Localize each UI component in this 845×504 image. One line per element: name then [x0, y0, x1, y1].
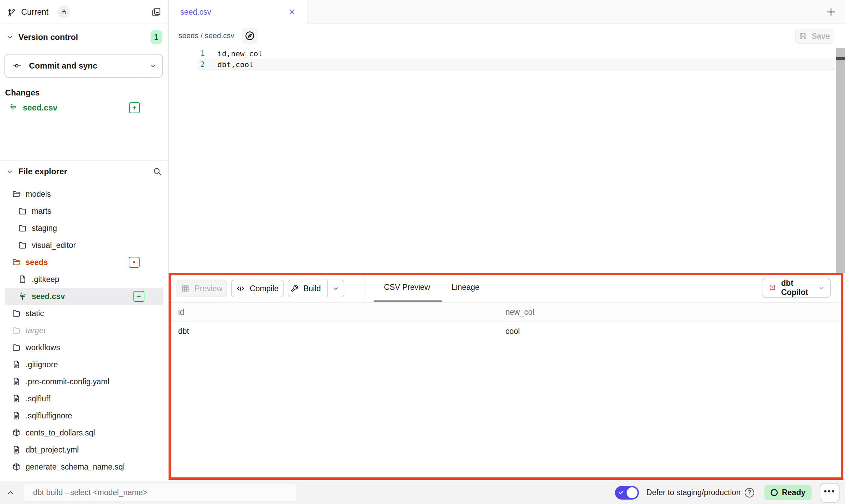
tree-item-label: target	[26, 326, 46, 335]
tree-item-staging[interactable]: staging	[5, 220, 163, 237]
dbt-copilot-button[interactable]: dbt Copilot	[762, 278, 831, 298]
tab-lineage[interactable]: Lineage	[452, 273, 479, 301]
tree-item-label: cents_to_dollars.sql	[26, 428, 95, 438]
tree-item-label: dbt_project.yml	[26, 445, 79, 455]
command-input[interactable]	[24, 484, 297, 502]
tree-item-workflows[interactable]: workflows	[5, 339, 163, 356]
file-search-button[interactable]	[153, 167, 162, 176]
tree-item-pre-commit-config[interactable]: .pre-commit-config.yaml	[5, 373, 163, 390]
tree-item-seeds[interactable]: seeds	[5, 254, 163, 271]
tree-item-sqlfluffignore[interactable]: .sqlfluffignore	[5, 407, 163, 424]
build-options-dropdown[interactable]	[327, 280, 344, 297]
duplicate-files-button[interactable]	[151, 7, 161, 17]
line-text: dbt,cool	[217, 60, 254, 69]
scrollbar-thumb[interactable]	[836, 57, 845, 60]
tab-csv-preview[interactable]: CSV Preview	[384, 273, 430, 301]
version-control-header[interactable]: Version control 1	[0, 29, 168, 46]
tree-item-models[interactable]: models	[5, 186, 163, 203]
tree-item-label: staging	[32, 224, 57, 233]
tree-item-label: .gitignore	[26, 360, 58, 369]
preview-label: Preview	[195, 284, 223, 293]
stage-file-button[interactable]	[129, 102, 140, 113]
git-branch-icon	[7, 7, 16, 17]
file-icon	[12, 394, 21, 403]
help-icon[interactable]: ?	[745, 488, 754, 498]
new-tab-button[interactable]	[826, 7, 836, 17]
file-icon	[12, 377, 21, 386]
build-button[interactable]: Build	[288, 284, 323, 293]
tab-seed-csv[interactable]: seed.csv	[169, 0, 308, 24]
changes-title: Changes	[5, 88, 40, 98]
commit-and-sync-button[interactable]: Commit and sync	[4, 54, 163, 78]
copilot-compass-button[interactable]	[242, 28, 258, 44]
editor-line-2[interactable]: 2 dbt,cool	[169, 59, 845, 70]
changed-file-seed-csv[interactable]: seed.csv	[5, 100, 164, 115]
close-icon	[288, 8, 296, 16]
dbt-ide-app: Current Version control 1 Commit and syn…	[0, 0, 845, 504]
tree-item-target[interactable]: target	[5, 322, 163, 339]
panel-toolbar: Preview Compile Build CSV Preview	[169, 273, 845, 303]
code-editor[interactable]: 1 id,new_col 2 dbt,cool	[169, 48, 845, 273]
tree-item-label: .sqlfluffignore	[26, 411, 72, 420]
tab-close-button[interactable]	[288, 8, 296, 16]
commit-options-dropdown[interactable]	[144, 55, 162, 77]
sidebar-header: Current	[0, 0, 168, 24]
changes-count-badge: 1	[151, 30, 162, 44]
editor-scrollbar[interactable]	[836, 48, 845, 273]
editor-line-1[interactable]: 1 id,new_col	[169, 48, 845, 59]
line-number: 1	[169, 49, 205, 58]
tree-item-sqlfluff[interactable]: .sqlfluff	[5, 390, 163, 407]
tree-item-visual-editor[interactable]: visual_editor	[5, 237, 163, 254]
results-panel: Preview Compile Build CSV Preview	[169, 273, 845, 481]
tree-item-label: workflows	[26, 343, 60, 352]
tree-item-marts[interactable]: marts	[5, 203, 163, 220]
expand-command-bar-button[interactable]	[0, 481, 21, 504]
tree-item-seed-csv[interactable]: seed.csv	[5, 288, 163, 305]
folder-modified-badge[interactable]	[129, 257, 140, 268]
main-area: seed.csv seeds / seed.csv Save 1 id,	[169, 0, 845, 481]
branch-selector[interactable]: Current	[7, 5, 70, 18]
tab-title: seed.csv	[180, 8, 211, 17]
tree-item-dbt-project-yml[interactable]: dbt_project.yml	[5, 441, 163, 458]
file-icon	[18, 275, 27, 284]
tree-item-static[interactable]: static	[5, 305, 163, 322]
save-button[interactable]: Save	[795, 29, 833, 44]
tree-item-label: generate_schema_name.sql	[26, 462, 125, 472]
compile-label: Compile	[250, 284, 278, 293]
code-icon	[236, 284, 245, 293]
tree-item-generate-schema-name[interactable]: generate_schema_name.sql	[5, 458, 163, 475]
file-explorer-header[interactable]: File explorer	[0, 163, 168, 180]
stage-file-button[interactable]	[133, 291, 144, 302]
tree-item-gitkeep[interactable]: .gitkeep	[5, 271, 163, 288]
compile-button[interactable]: Compile	[231, 280, 284, 297]
build-label: Build	[303, 284, 321, 293]
tree-item-label: .gitkeep	[32, 275, 59, 284]
version-control-title: Version control	[18, 32, 78, 42]
csv-preview-table: id new_col dbt cool	[169, 303, 845, 341]
toolbar-divider	[364, 273, 364, 303]
folder-icon	[12, 309, 21, 318]
tree-item-cents-to-dollars[interactable]: cents_to_dollars.sql	[5, 424, 163, 441]
more-options-button[interactable]: •••	[820, 483, 840, 503]
search-icon	[153, 167, 162, 176]
defer-label: Defer to staging/production	[646, 488, 741, 497]
sidebar-divider	[0, 160, 168, 161]
plus-icon	[826, 7, 836, 17]
seedling-icon	[18, 292, 27, 301]
ide-status-badge[interactable]: Ready	[764, 485, 812, 500]
status-ring-icon	[771, 489, 778, 496]
chevron-up-icon	[6, 489, 15, 497]
tree-item-gitignore[interactable]: .gitignore	[5, 356, 163, 373]
editor-tab-bar: seed.csv	[169, 0, 845, 24]
file-icon	[12, 360, 21, 369]
toggle-knob	[627, 487, 638, 498]
preview-button[interactable]: Preview	[176, 280, 227, 297]
commit-and-sync-main[interactable]: Commit and sync	[5, 61, 144, 71]
active-tab-underline	[374, 300, 442, 302]
branch-lock-badge	[57, 5, 70, 18]
tree-item-label: seed.csv	[32, 292, 65, 301]
tree-item-label: .pre-commit-config.yaml	[26, 377, 109, 386]
defer-toggle[interactable]	[615, 486, 639, 500]
build-split-button[interactable]: Build	[288, 280, 344, 297]
tree-item-label: seeds	[26, 258, 48, 267]
